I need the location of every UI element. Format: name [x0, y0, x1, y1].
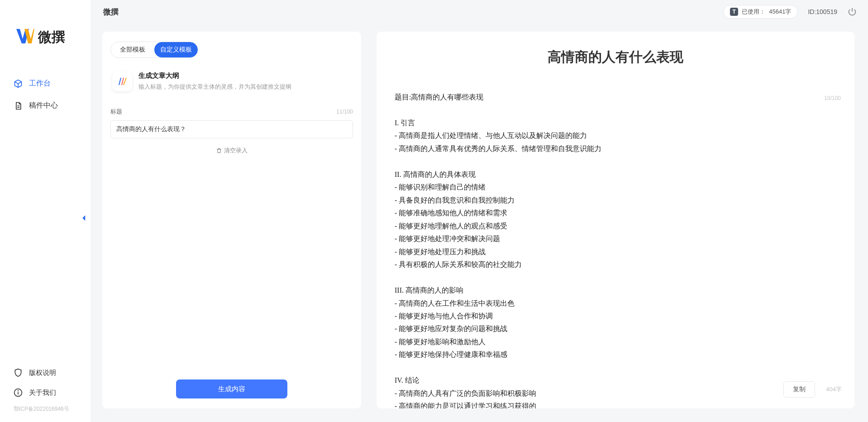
chevron-left-icon: [80, 214, 88, 222]
tab-custom-template[interactable]: 自定义模板: [154, 42, 198, 57]
user-id: ID:100519: [808, 8, 837, 15]
word-count: 404字: [826, 385, 842, 394]
document-title-count: 10/100: [824, 95, 841, 101]
power-icon[interactable]: [847, 7, 857, 17]
nav-item-copyright[interactable]: 版权说明: [0, 363, 91, 383]
cube-icon: [14, 79, 23, 88]
nav-item-workspace[interactable]: 工作台: [0, 72, 91, 95]
nav-item-drafts[interactable]: 稿件中心: [0, 95, 91, 117]
copy-button[interactable]: 复制: [783, 381, 815, 398]
template-tabs: 全部模板 自定义模板: [110, 42, 198, 58]
output-footer: 复制 404字: [783, 381, 842, 398]
generate-button[interactable]: 生成内容: [176, 379, 287, 398]
usage-pill[interactable]: T 已使用： 45641字: [723, 5, 798, 19]
usage-value: 45641字: [769, 8, 791, 16]
template-card-icon: [112, 71, 132, 91]
main: 全部模板 自定义模板 生成文章大纲 输入标题，为你提供文章主体的灵感，并为其创建…: [91, 32, 868, 422]
nav-label: 工作台: [29, 79, 51, 88]
title-input[interactable]: [110, 120, 353, 138]
clear-input-label: 清空录入: [224, 147, 248, 155]
nav-label: 稿件中心: [29, 101, 58, 110]
nav: 工作台 稿件中心: [0, 54, 91, 363]
logo-icon: [16, 29, 34, 45]
title-field-head: 标题 11/100: [110, 108, 353, 116]
document-title[interactable]: 高情商的人有什么表现: [387, 48, 844, 66]
logo: 微撰: [0, 0, 91, 54]
icp-text: 鄂ICP备2022016946号: [0, 403, 91, 413]
document-body[interactable]: 题目:高情商的人有哪些表现 I. 引言 - 高情商是指人们处理情绪、与他人互动以…: [387, 91, 844, 408]
info-icon: [14, 388, 23, 397]
nav-label: 版权说明: [29, 369, 56, 377]
page-title: 微撰: [103, 7, 119, 17]
nav-label: 关于我们: [29, 389, 56, 397]
title-field: 标题 11/100: [110, 108, 353, 138]
topbar: 微撰 T 已使用： 45641字 ID:100519: [91, 0, 868, 24]
topbar-right: T 已使用： 45641字 ID:100519: [723, 5, 857, 19]
template-card-desc: 输入标题，为你提供文章主体的灵感，并为其创建推文提纲: [138, 83, 291, 91]
title-field-label: 标题: [110, 108, 122, 116]
books-icon: [117, 76, 128, 87]
tab-all-templates[interactable]: 全部模板: [111, 42, 154, 57]
template-card-title: 生成文章大纲: [138, 71, 291, 80]
template-card: 生成文章大纲 输入标题，为你提供文章主体的灵感，并为其创建推文提纲: [110, 71, 353, 92]
title-char-count: 11/100: [336, 109, 353, 115]
nav-item-about[interactable]: 关于我们: [0, 383, 91, 403]
nav-footer: 版权说明 关于我们 鄂ICP备2022016946号: [0, 363, 91, 422]
text-badge-icon: T: [730, 8, 738, 16]
template-card-body: 生成文章大纲 输入标题，为你提供文章主体的灵感，并为其创建推文提纲: [138, 71, 291, 91]
svg-point-2: [18, 390, 19, 391]
logo-text: 微撰: [38, 28, 65, 47]
clear-input-button[interactable]: 清空录入: [110, 147, 353, 155]
document-icon: [14, 101, 23, 110]
sidebar-collapse-button[interactable]: [78, 212, 91, 224]
sidebar: 微撰 工作台 稿件中心 版权说明 关于我们 鄂ICP备2022016946号: [0, 0, 91, 422]
usage-prefix: 已使用：: [742, 8, 765, 16]
trash-icon: [216, 147, 222, 154]
shield-icon: [14, 368, 23, 377]
output-panel: 高情商的人有什么表现 10/100 题目:高情商的人有哪些表现 I. 引言 - …: [377, 32, 854, 408]
input-panel: 全部模板 自定义模板 生成文章大纲 输入标题，为你提供文章主体的灵感，并为其创建…: [102, 32, 361, 408]
